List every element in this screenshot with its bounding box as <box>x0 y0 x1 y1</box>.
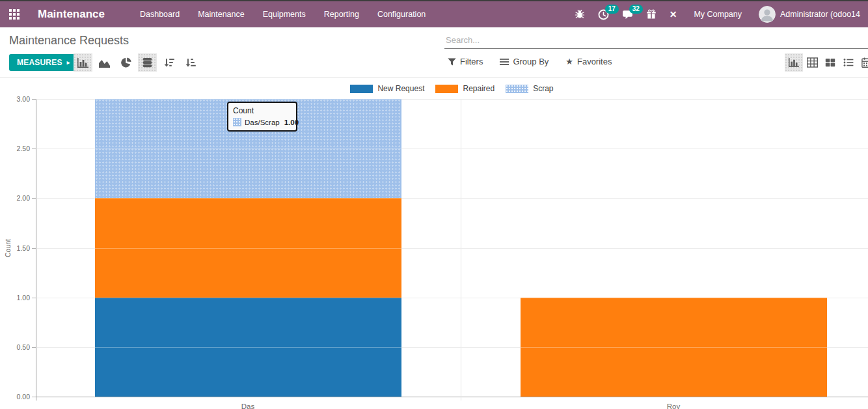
y-tick <box>32 99 36 100</box>
graph-view-icon <box>789 58 799 67</box>
control-panel: Maintenance Requests MEASURES ▸ <box>0 27 868 78</box>
pivot-view-icon <box>807 57 818 68</box>
gift-icon <box>646 9 657 20</box>
y-tick-label: 0.00 <box>0 393 30 401</box>
group-by-label: Group By <box>513 57 549 66</box>
avatar <box>759 6 776 23</box>
tools-icon: ✕ <box>670 9 677 20</box>
search-options: Filters Group By ★ Favorites <box>448 57 612 66</box>
chart-type-toolbar <box>74 53 200 72</box>
search-input[interactable] <box>444 32 868 49</box>
user-menu[interactable]: Administrator (odoo14 <box>759 6 860 23</box>
message-count-badge: 32 <box>629 5 643 14</box>
debug-mode-button[interactable] <box>575 9 585 20</box>
bar-chart-button[interactable] <box>74 53 92 72</box>
sort-asc-button[interactable] <box>181 53 200 72</box>
list-view-icon <box>843 57 854 68</box>
calendar-view-button[interactable] <box>858 53 868 72</box>
group-by-button[interactable]: Group By <box>500 57 549 66</box>
sort-desc-button[interactable] <box>159 53 178 72</box>
sort-desc-icon <box>164 57 174 68</box>
nav-item-dashboard[interactable]: Dashboard <box>131 1 189 27</box>
gift-button[interactable] <box>646 9 657 20</box>
y-tick <box>32 347 36 348</box>
navbar-systray: 17 32 ✕ My Company <box>562 6 860 23</box>
top-navbar: Maintenance Dashboard Maintenance Equipm… <box>0 0 868 27</box>
y-tick <box>32 397 36 397</box>
bar-segment[interactable] <box>95 298 401 397</box>
kanban-view-icon <box>825 57 835 68</box>
kanban-view-button[interactable] <box>821 53 839 72</box>
caret-right-icon: ▸ <box>67 59 70 66</box>
pie-chart-button[interactable] <box>116 53 135 72</box>
legend-label: Scrap <box>533 84 553 93</box>
legend-swatch <box>506 85 528 93</box>
gridline <box>36 397 868 397</box>
search-bar <box>444 32 868 49</box>
apps-grid-icon <box>9 9 20 20</box>
view-switcher <box>785 53 868 72</box>
bug-icon <box>575 9 585 20</box>
tools-button[interactable]: ✕ <box>670 9 677 20</box>
stacked-toggle-button[interactable] <box>138 53 157 72</box>
group-by-icon <box>500 58 509 66</box>
calendar-view-icon <box>861 57 868 68</box>
measures-button[interactable]: MEASURES ▸ <box>9 54 77 71</box>
measures-label: MEASURES <box>17 58 62 67</box>
bar-segment[interactable] <box>521 298 827 397</box>
pivot-view-button[interactable] <box>803 53 821 72</box>
area-chart-icon <box>99 58 110 68</box>
legend-label: Repaired <box>463 84 495 93</box>
sort-asc-icon <box>185 57 196 68</box>
bar-chart-icon <box>77 58 88 68</box>
y-axis-label: Count <box>4 235 12 261</box>
legend-item[interactable]: Scrap <box>506 84 553 93</box>
user-name: Administrator (odoo14 <box>780 10 860 19</box>
y-tick-label: 2.50 <box>0 145 30 152</box>
y-tick <box>32 248 36 249</box>
y-tick-label: 1.00 <box>0 294 30 302</box>
activity-count-badge: 17 <box>605 5 619 14</box>
y-tick <box>32 198 36 199</box>
favorites-button[interactable]: ★ Favorites <box>565 57 612 66</box>
messages-button[interactable]: 32 <box>622 9 633 20</box>
nav-item-configuration[interactable]: Configuration <box>368 1 435 27</box>
legend-swatch <box>350 85 373 93</box>
y-tick-label: 1.50 <box>0 244 30 252</box>
favorites-label: Favorites <box>577 57 612 66</box>
stack-icon <box>142 57 152 68</box>
y-tick-label: 3.00 <box>0 95 30 103</box>
category-separator-line <box>461 99 461 401</box>
y-tick-label: 0.50 <box>0 343 30 351</box>
x-tick-label: Das <box>222 402 274 409</box>
nav-item-reporting[interactable]: Reporting <box>315 1 368 27</box>
page-title: Maintenance Requests <box>9 34 129 48</box>
nav-item-maintenance[interactable]: Maintenance <box>189 1 254 27</box>
list-view-button[interactable] <box>839 53 858 72</box>
legend-label: New Request <box>377 84 424 93</box>
bar-segment[interactable] <box>95 198 401 298</box>
funnel-icon <box>448 58 456 66</box>
y-tick <box>32 148 36 149</box>
main-menu: Dashboard Maintenance Equipments Reporti… <box>131 1 435 27</box>
nav-item-equipments[interactable]: Equipments <box>254 1 315 27</box>
apps-menu-button[interactable] <box>8 8 21 21</box>
filters-label: Filters <box>460 57 483 66</box>
company-menu[interactable]: My Company <box>694 10 742 19</box>
y-axis-line <box>36 99 36 401</box>
x-tick-label: Roy <box>647 402 699 409</box>
graph-view-button[interactable] <box>785 53 803 72</box>
bar-segment[interactable] <box>95 99 401 198</box>
legend-item[interactable]: New Request <box>350 84 424 93</box>
legend-item[interactable]: Repaired <box>435 84 495 93</box>
activities-button[interactable]: 17 <box>598 9 609 20</box>
y-tick <box>32 298 36 298</box>
chart-legend: New RequestRepairedScrap <box>36 84 868 93</box>
legend-swatch <box>435 85 458 93</box>
line-chart-button[interactable] <box>95 53 114 72</box>
star-icon: ★ <box>565 57 573 66</box>
pie-chart-icon <box>121 57 131 68</box>
y-tick-label: 2.00 <box>0 194 30 202</box>
filters-button[interactable]: Filters <box>448 57 483 66</box>
app-name[interactable]: Maintenance <box>38 8 105 21</box>
